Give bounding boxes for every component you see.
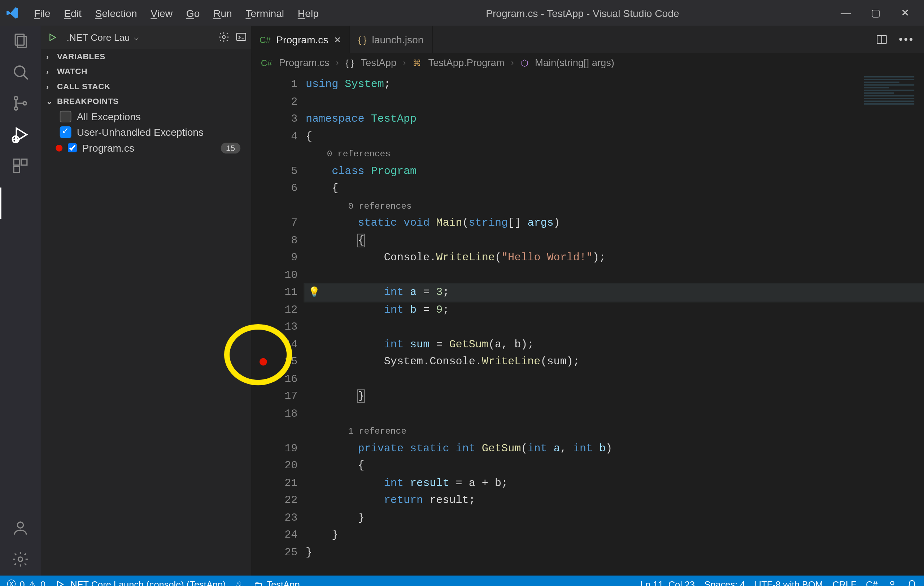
start-debug-icon[interactable] <box>48 32 57 41</box>
status-encoding[interactable]: UTF-8 with BOM <box>755 579 823 586</box>
method-icon: ⬡ <box>521 58 528 68</box>
close-tab-icon[interactable]: ✕ <box>334 34 342 45</box>
run-debug-icon[interactable] <box>11 125 30 144</box>
svg-point-4 <box>15 96 18 100</box>
minimize-icon[interactable]: ― <box>840 7 852 19</box>
more-actions-icon[interactable]: ••• <box>899 33 914 46</box>
main-menu: File Edit Selection View Go Run Terminal… <box>27 4 325 21</box>
settings-gear-icon[interactable] <box>11 550 30 569</box>
menu-view[interactable]: View <box>144 4 179 21</box>
lightbulb-icon[interactable]: 💡 <box>308 284 320 302</box>
maximize-icon[interactable]: ▢ <box>870 7 882 19</box>
json-file-icon: { } <box>358 34 366 45</box>
codelens-class[interactable]: 0 references <box>327 149 391 159</box>
svg-rect-13 <box>14 167 20 172</box>
svg-point-5 <box>15 107 18 110</box>
editor-tabs: C# Program.cs ✕ { } launch.json ••• <box>251 26 924 53</box>
accounts-icon[interactable] <box>11 518 30 538</box>
flame-icon: ♨ <box>235 579 244 586</box>
svg-marker-21 <box>58 581 63 586</box>
breadcrumbs[interactable]: C# Program.cs › { } TestApp › ⌘ TestApp.… <box>251 53 924 72</box>
section-watch[interactable]: ›WATCH <box>41 64 251 79</box>
code-content[interactable]: using System; namespace TestApp { 0 refe… <box>304 72 924 576</box>
status-bell-icon[interactable] <box>907 579 917 586</box>
codelens-getsum[interactable]: 1 reference <box>348 426 406 436</box>
warning-icon: ⚠ <box>28 579 37 586</box>
svg-line-3 <box>23 75 28 79</box>
svg-point-17 <box>222 36 225 39</box>
section-callstack[interactable]: ›CALL STACK <box>41 79 251 94</box>
folder-icon: 🗀 <box>254 579 263 586</box>
bp-all-exceptions[interactable]: All Exceptions <box>41 109 251 124</box>
status-language[interactable]: C# <box>866 579 878 586</box>
class-icon: ⌘ <box>412 58 421 68</box>
title-bar: File Edit Selection View Go Run Terminal… <box>0 0 924 26</box>
status-feedback-icon[interactable] <box>887 579 897 586</box>
bp-file-checkbox[interactable] <box>68 144 76 152</box>
editor-area: C# Program.cs ✕ { } launch.json ••• C# P… <box>251 26 924 576</box>
svg-point-14 <box>17 522 23 528</box>
line-number-gutter[interactable]: 1 2 3 4 5 6 7 8 9 10 11 12 13 14 15 16 1… <box>251 72 304 576</box>
status-problems[interactable]: ⓧ0 ⚠0 <box>7 578 46 586</box>
menu-file[interactable]: File <box>27 4 57 21</box>
minimap[interactable] <box>860 72 919 126</box>
extensions-icon[interactable] <box>11 156 30 175</box>
status-eol[interactable]: CRLF <box>832 579 856 586</box>
debug-config-name: .NET Core Lau <box>66 32 130 43</box>
svg-rect-12 <box>21 159 27 165</box>
close-icon[interactable]: ✕ <box>899 7 912 19</box>
debug-side-panel: .NET Core Lau ⌵ ›VARIABLES ›WATCH ›CALL … <box>41 26 251 576</box>
csharp-file-icon: C# <box>259 34 271 45</box>
tab-program-cs[interactable]: C# Program.cs ✕ <box>251 26 350 53</box>
svg-point-22 <box>891 581 894 584</box>
section-breakpoints[interactable]: ⌄BREAKPOINTS <box>41 94 251 109</box>
search-icon[interactable] <box>11 63 30 82</box>
status-folder[interactable]: 🗀 TestApp <box>254 579 300 586</box>
split-editor-icon[interactable] <box>876 33 888 46</box>
bp-all-exceptions-checkbox[interactable] <box>60 111 71 122</box>
activity-bar <box>0 26 41 576</box>
debug-settings-icon[interactable] <box>218 31 229 43</box>
explorer-icon[interactable] <box>11 31 30 51</box>
section-variables[interactable]: ›VARIABLES <box>41 49 251 64</box>
status-fire-icon[interactable]: ♨ <box>235 579 244 586</box>
debug-console-icon[interactable] <box>235 31 247 43</box>
breakpoint-marker-icon[interactable] <box>259 358 267 366</box>
status-bar: ⓧ0 ⚠0 .NET Core Launch (console) (TestAp… <box>0 576 924 586</box>
menu-help[interactable]: Help <box>291 4 325 21</box>
menu-run[interactable]: Run <box>206 4 239 21</box>
chevron-down-icon: ⌵ <box>134 32 139 41</box>
menu-edit[interactable]: Edit <box>57 4 88 21</box>
svg-rect-11 <box>14 159 20 165</box>
vscode-logo-icon <box>5 6 19 20</box>
debug-icon <box>55 579 64 586</box>
error-icon: ⓧ <box>7 578 16 586</box>
bp-file-entry[interactable]: Program.cs 15 <box>41 140 251 156</box>
status-spaces[interactable]: Spaces: 4 <box>704 579 745 586</box>
bp-line-badge: 15 <box>221 142 240 153</box>
svg-point-6 <box>23 102 26 105</box>
menu-go[interactable]: Go <box>179 4 206 21</box>
codelens-main[interactable]: 0 references <box>348 201 411 211</box>
debug-toolbar: .NET Core Lau ⌵ <box>41 26 251 49</box>
tab-launch-json[interactable]: { } launch.json <box>350 26 432 53</box>
breakpoint-dot-icon <box>56 144 63 151</box>
menu-terminal[interactable]: Terminal <box>239 4 291 21</box>
status-cursor[interactable]: Ln 11, Col 23 <box>640 579 695 586</box>
svg-marker-16 <box>50 34 55 40</box>
csharp-file-icon: C# <box>261 58 272 68</box>
code-editor[interactable]: 1 2 3 4 5 6 7 8 9 10 11 12 13 14 15 16 1… <box>251 72 924 576</box>
bp-user-unhandled[interactable]: User-Unhandled Exceptions <box>41 124 251 140</box>
status-debug-target[interactable]: .NET Core Launch (console) (TestApp) <box>55 579 226 586</box>
window-title: Program.cs - TestApp - Visual Studio Cod… <box>325 7 840 19</box>
svg-rect-18 <box>236 33 246 40</box>
source-control-icon[interactable] <box>11 94 30 113</box>
namespace-icon: { } <box>345 58 354 68</box>
debug-config-dropdown[interactable]: .NET Core Lau ⌵ <box>63 30 213 44</box>
menu-selection[interactable]: Selection <box>88 4 144 21</box>
bp-user-unhandled-checkbox[interactable] <box>60 126 71 138</box>
svg-point-15 <box>18 557 22 561</box>
svg-point-2 <box>15 66 25 76</box>
